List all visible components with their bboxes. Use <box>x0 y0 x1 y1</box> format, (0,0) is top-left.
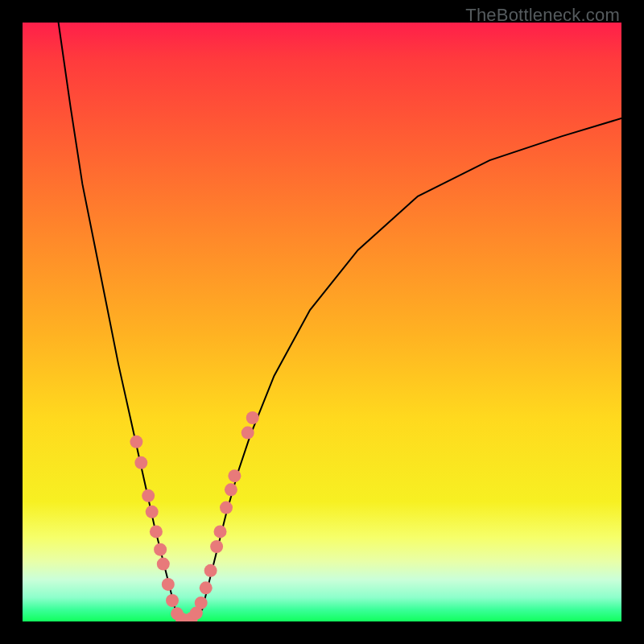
data-marker <box>195 597 208 609</box>
data-marker <box>225 483 237 496</box>
data-marker <box>242 427 254 440</box>
curve-svg <box>23 23 621 621</box>
data-marker <box>200 581 213 594</box>
data-marker <box>246 411 259 424</box>
v-curve <box>59 23 621 621</box>
watermark-text: TheBottleneck.com <box>465 5 620 26</box>
data-marker <box>134 456 147 469</box>
data-marker <box>214 525 227 538</box>
data-marker <box>162 578 175 591</box>
data-marker <box>154 543 167 556</box>
data-marker <box>166 594 179 607</box>
data-marker <box>150 525 163 538</box>
data-marker <box>204 564 217 577</box>
data-marker <box>142 489 155 502</box>
data-marker <box>146 506 159 518</box>
data-marker <box>228 469 241 482</box>
marker-group <box>130 411 258 621</box>
data-marker <box>210 540 223 553</box>
plot-area <box>23 23 621 621</box>
data-marker <box>130 436 142 448</box>
data-marker <box>157 558 170 571</box>
data-marker <box>220 502 233 514</box>
chart-frame: TheBottleneck.com <box>0 0 644 644</box>
